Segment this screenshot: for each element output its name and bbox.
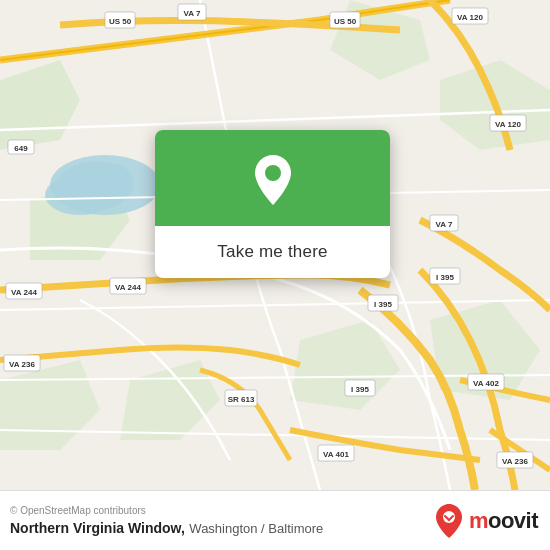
svg-text:VA 244: VA 244 xyxy=(115,283,141,292)
svg-text:VA 244: VA 244 xyxy=(11,288,37,297)
moovit-logo-text: moovit xyxy=(469,508,538,534)
moovit-pin-icon xyxy=(433,502,465,540)
bottom-bar: © OpenStreetMap contributors Northern Vi… xyxy=(0,490,550,550)
svg-text:VA 402: VA 402 xyxy=(473,379,499,388)
svg-text:VA 401: VA 401 xyxy=(323,450,349,459)
take-me-there-button[interactable]: Take me there xyxy=(171,238,374,266)
popup-header xyxy=(155,130,390,226)
svg-text:SR 613: SR 613 xyxy=(228,395,255,404)
location-pin-icon xyxy=(248,150,298,210)
svg-text:VA 120: VA 120 xyxy=(457,13,483,22)
popup-button-area: Take me there xyxy=(155,226,390,278)
svg-text:VA 120: VA 120 xyxy=(495,120,521,129)
location-name: Northern Virginia Window, xyxy=(10,520,185,536)
svg-text:VA 7: VA 7 xyxy=(436,220,453,229)
svg-text:I 395: I 395 xyxy=(351,385,369,394)
copyright-text: © OpenStreetMap contributors xyxy=(10,505,323,516)
bottom-info: © OpenStreetMap contributors Northern Vi… xyxy=(10,505,323,537)
svg-text:US 50: US 50 xyxy=(109,17,132,26)
location-region: Washington / Baltimore xyxy=(189,521,323,536)
svg-text:US 50: US 50 xyxy=(334,17,357,26)
svg-text:I 395: I 395 xyxy=(374,300,392,309)
svg-text:I 395: I 395 xyxy=(436,273,454,282)
svg-marker-0 xyxy=(0,60,80,150)
svg-marker-5 xyxy=(0,360,100,450)
svg-text:649: 649 xyxy=(14,144,28,153)
svg-text:VA 236: VA 236 xyxy=(502,457,528,466)
popup-card: Take me there xyxy=(155,130,390,278)
svg-text:VA 236: VA 236 xyxy=(9,360,35,369)
moovit-logo: moovit xyxy=(433,502,538,540)
svg-point-49 xyxy=(265,165,281,181)
map-container: VA 7 US 50 US 50 VA 120 VA 120 649 VA 24… xyxy=(0,0,550,490)
location-line: Northern Virginia Window, Washington / B… xyxy=(10,519,323,537)
svg-text:VA 7: VA 7 xyxy=(184,9,201,18)
